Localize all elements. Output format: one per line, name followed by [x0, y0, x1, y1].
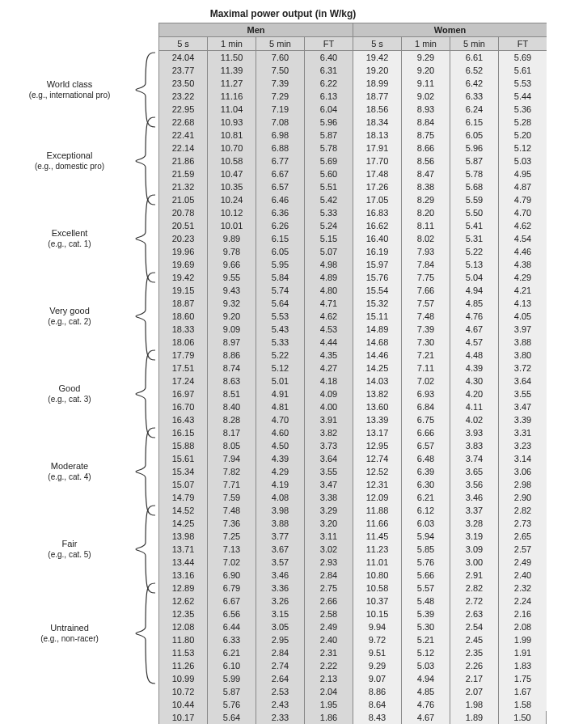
table-cell: 10.70: [207, 142, 256, 154]
table-cell: 4.62: [304, 310, 353, 323]
col-header: 5 s: [353, 36, 401, 51]
category-name: Very good: [49, 305, 90, 316]
category-sub: (e.g., cat. 3): [48, 394, 91, 405]
table-cell: 16.15: [158, 426, 207, 439]
table-cell: 4.80: [304, 284, 353, 297]
table-cell: 18.60: [158, 310, 207, 323]
table-cell: 2.98: [498, 478, 547, 491]
table-cell: 14.89: [353, 323, 401, 336]
table-cell: 6.13: [304, 90, 353, 103]
table-cell: 19.20: [353, 64, 401, 77]
table-cell: 3.80: [498, 349, 547, 362]
table-cell: 8.20: [401, 206, 450, 219]
table-cell: 5.12: [401, 646, 450, 659]
table-cell: 1.58: [498, 698, 547, 711]
table-cell: 3.39: [498, 413, 547, 426]
table-cell: 1.99: [498, 633, 547, 646]
category-sub: (e.g., cat. 5): [48, 549, 91, 561]
table-cell: 5.95: [256, 258, 304, 271]
table-cell: 3.05: [256, 620, 304, 633]
table-cell: 2.33: [256, 711, 304, 724]
table-cell: 6.88: [256, 142, 304, 154]
col-header: FT: [304, 36, 353, 51]
table-cell: 5.33: [304, 206, 353, 219]
table-cell: 4.94: [450, 284, 498, 297]
table-cell: 5.96: [304, 116, 353, 129]
table-cell: 18.06: [158, 336, 207, 349]
table-cell: 5.04: [450, 271, 498, 284]
table-cell: 5.24: [304, 219, 353, 232]
table-cell: 4.19: [256, 478, 304, 491]
table-cell: 13.71: [158, 543, 207, 556]
table-cell: 21.59: [158, 167, 207, 180]
table-cell: 17.91: [353, 142, 401, 154]
table-cell: 4.44: [304, 336, 353, 349]
brace-icon: [133, 582, 158, 685]
table-cell: 7.30: [401, 336, 450, 349]
table-cell: 15.76: [353, 271, 401, 284]
table-cell: 8.97: [207, 336, 256, 349]
table-cell: 5.01: [256, 375, 304, 387]
table-cell: 3.97: [498, 323, 547, 336]
table-cell: 10.12: [207, 206, 256, 219]
table-cell: 5.84: [256, 271, 304, 284]
table-cell: 6.98: [256, 129, 304, 142]
table-cell: 5.66: [401, 569, 450, 582]
table-cell: 17.24: [158, 375, 207, 387]
table-cell: 6.67: [207, 595, 256, 607]
table-cell: 8.63: [207, 375, 256, 387]
col-header: 1 min: [207, 36, 256, 51]
table-cell: 3.91: [304, 413, 353, 426]
table-cell: 1.98: [450, 698, 498, 711]
table-cell: 8.75: [401, 129, 450, 142]
table-cell: 21.32: [158, 180, 207, 193]
table-cell: 10.15: [353, 607, 401, 620]
table-cell: 6.05: [256, 245, 304, 258]
table-cell: 10.17: [158, 711, 207, 724]
table-cell: 13.16: [158, 569, 207, 582]
col-header: 5 min: [450, 36, 498, 51]
table-cell: 2.65: [498, 530, 547, 543]
table-cell: 2.07: [450, 685, 498, 698]
table-cell: 2.72: [450, 595, 498, 607]
table-cell: 4.67: [450, 323, 498, 336]
table-cell: 10.47: [207, 167, 256, 180]
table-cell: 5.94: [401, 530, 450, 543]
table-cell: 1.75: [498, 672, 547, 685]
table-cell: 5.64: [207, 711, 256, 724]
table-cell: 4.62: [498, 219, 547, 232]
table-cell: 3.67: [256, 543, 304, 556]
table-cell: 3.46: [450, 491, 498, 504]
table-cell: 6.67: [256, 167, 304, 180]
table-cell: 11.23: [353, 543, 401, 556]
table-cell: 3.46: [256, 569, 304, 582]
table-cell: 6.21: [207, 646, 256, 659]
table-cell: 16.40: [353, 232, 401, 245]
table-cell: 5.50: [450, 206, 498, 219]
category-name: Excellent: [52, 227, 88, 239]
table-cell: 14.79: [158, 491, 207, 504]
table-cell: 2.35: [450, 646, 498, 659]
table-cell: 8.05: [207, 439, 256, 452]
table-cell: 4.29: [498, 271, 547, 284]
table-cell: 11.45: [353, 530, 401, 543]
table-cell: 1.83: [498, 659, 547, 672]
table-cell: 2.40: [304, 633, 353, 646]
table-cell: 4.89: [304, 271, 353, 284]
table-cell: 18.87: [158, 297, 207, 310]
table-cell: 7.60: [256, 51, 304, 64]
table-cell: 20.23: [158, 232, 207, 245]
table-cell: 5.57: [401, 582, 450, 595]
table-cell: 8.84: [401, 116, 450, 129]
table-cell: 5.33: [256, 336, 304, 349]
table-cell: 13.44: [158, 556, 207, 569]
table-cell: 2.40: [498, 569, 547, 582]
table-cell: 3.65: [450, 465, 498, 478]
table-cell: 6.57: [256, 180, 304, 193]
table-cell: 3.57: [256, 556, 304, 569]
table-cell: 3.28: [450, 517, 498, 530]
table-cell: 5.31: [450, 232, 498, 245]
col-group-men: Men: [158, 23, 353, 36]
table-cell: 1.91: [498, 646, 547, 659]
table-cell: 6.33: [450, 90, 498, 103]
